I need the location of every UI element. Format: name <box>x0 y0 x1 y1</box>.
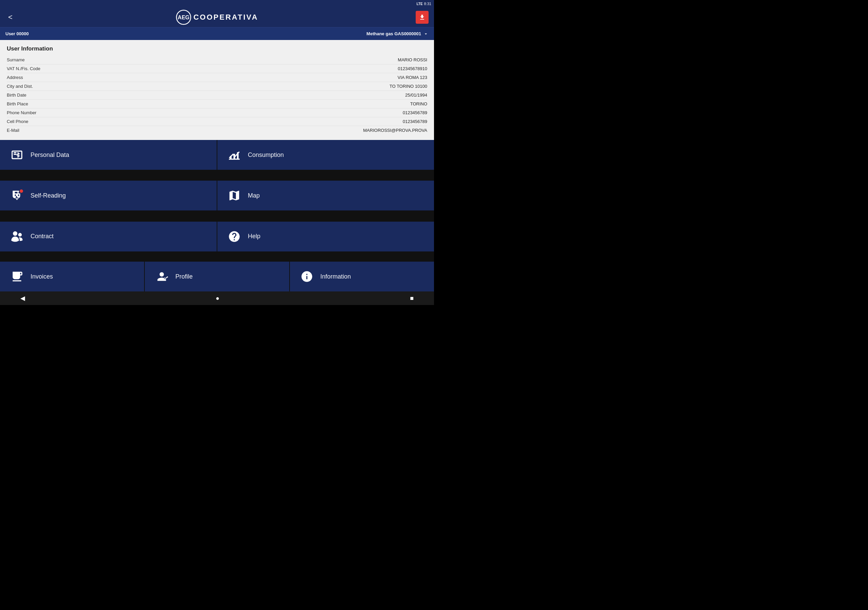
info-value: TORINO <box>410 101 427 107</box>
info-row: SurnameMARIO ROSSI <box>7 56 427 64</box>
consumption-icon <box>227 147 242 163</box>
consumption-label: Consumption <box>248 152 284 159</box>
user-info-title: User Information <box>7 45 427 52</box>
info-label: Surname <box>7 57 25 62</box>
info-label: Cell Phone <box>7 119 28 124</box>
information-label: Information <box>321 273 351 280</box>
info-label: Birth Date <box>7 93 26 98</box>
info-value: 25/01/1994 <box>405 93 427 98</box>
info-row: Cell Phone0123456789 <box>7 117 427 126</box>
info-row: AddressVIA ROMA 123 <box>7 73 427 82</box>
info-label: Birth Place <box>7 101 28 107</box>
sub-header: User 00000 Methane gas GAS0000001 <box>0 27 434 40</box>
user-info-section: User Information SurnameMARIO ROSSIVAT N… <box>0 40 434 140</box>
battery-time: 8:31 <box>424 2 431 6</box>
invoices-label: Invoices <box>31 273 53 280</box>
invoices-icon <box>9 269 25 284</box>
info-value: MARIOROSSI@PROVA.PROVA <box>363 128 427 133</box>
personal-data-icon <box>9 147 25 163</box>
info-row: Birth Date25/01/1994 <box>7 91 427 100</box>
info-label: Phone Number <box>7 110 36 115</box>
status-bar: LTE 8:31 <box>0 0 434 8</box>
info-value: MARIO ROSSI <box>398 57 427 62</box>
info-value: 012345678910 <box>398 66 427 71</box>
info-row: E-MailMARIOROSSI@PROVA.PROVA <box>7 126 427 135</box>
menu-grid: Personal Data Consumption Self-Reading <box>0 140 434 262</box>
menu-item-personal-data[interactable]: Personal Data <box>0 140 217 170</box>
logo: AEG COOPERATIVA <box>176 9 258 25</box>
profile-label: Profile <box>175 273 192 280</box>
lte-icon: LTE <box>416 2 423 6</box>
recents-nav-button[interactable]: ■ <box>410 295 414 302</box>
menu-item-profile[interactable]: Profile <box>145 262 289 291</box>
download-button[interactable] <box>416 11 429 24</box>
menu-item-consumption[interactable]: Consumption <box>217 140 434 170</box>
map-label: Map <box>248 192 260 199</box>
main-content: User Information SurnameMARIO ROSSIVAT N… <box>0 40 434 291</box>
menu-bottom-row: Invoices Profile Information <box>0 262 434 291</box>
self-reading-label: Self-Reading <box>31 192 66 199</box>
information-icon <box>299 269 314 284</box>
download-icon <box>419 14 426 21</box>
info-label: E-Mail <box>7 128 19 133</box>
profile-icon <box>154 269 169 284</box>
status-icons: LTE 8:31 <box>416 2 431 6</box>
self-reading-icon <box>9 188 25 203</box>
info-label: VAT N./Fis. Code <box>7 66 40 71</box>
home-nav-button[interactable]: ● <box>215 295 219 302</box>
menu-item-contract[interactable]: Contract <box>0 221 217 251</box>
meter-selector[interactable]: Methane gas GAS0000001 <box>367 31 429 37</box>
brand-name: COOPERATIVA <box>193 13 258 22</box>
menu-item-invoices[interactable]: Invoices <box>0 262 144 291</box>
chevron-down-icon <box>423 31 429 37</box>
help-label: Help <box>248 233 260 240</box>
aeg-logo-icon: AEG <box>176 9 191 25</box>
info-row: Birth PlaceTORINO <box>7 100 427 108</box>
meter-label: Methane gas GAS0000001 <box>367 31 421 36</box>
info-label: City and Dist. <box>7 84 33 89</box>
menu-item-self-reading[interactable]: Self-Reading <box>0 181 217 211</box>
back-button[interactable]: < <box>5 11 15 23</box>
svg-rect-4 <box>234 154 235 159</box>
personal-data-label: Personal Data <box>31 152 69 159</box>
map-icon <box>227 188 242 203</box>
menu-item-help[interactable]: Help <box>217 221 434 251</box>
menu-section: Personal Data Consumption Self-Reading <box>0 140 434 291</box>
contract-icon <box>9 229 25 244</box>
info-value: 0123456789 <box>403 110 427 115</box>
svg-rect-5 <box>237 152 239 159</box>
help-icon <box>227 229 242 244</box>
back-nav-button[interactable]: ◀ <box>20 294 25 302</box>
info-value: 0123456789 <box>403 119 427 124</box>
menu-item-map[interactable]: Map <box>217 181 434 211</box>
user-label: User 00000 <box>5 31 29 36</box>
contract-label: Contract <box>31 233 54 240</box>
svg-rect-3 <box>230 156 232 159</box>
info-value: TO TORINO 10100 <box>390 84 427 89</box>
info-value: VIA ROMA 123 <box>398 75 427 80</box>
svg-rect-2 <box>229 159 240 159</box>
nav-bar: ◀ ● ■ <box>0 291 434 305</box>
info-row: City and Dist.TO TORINO 10100 <box>7 82 427 91</box>
info-row: VAT N./Fis. Code012345678910 <box>7 64 427 73</box>
info-row: Phone Number0123456789 <box>7 108 427 117</box>
header: < AEG COOPERATIVA <box>0 8 434 27</box>
info-label: Address <box>7 75 23 80</box>
menu-item-information[interactable]: Information <box>290 262 434 291</box>
svg-text:AEG: AEG <box>178 15 189 20</box>
info-rows: SurnameMARIO ROSSIVAT N./Fis. Code012345… <box>7 56 427 135</box>
